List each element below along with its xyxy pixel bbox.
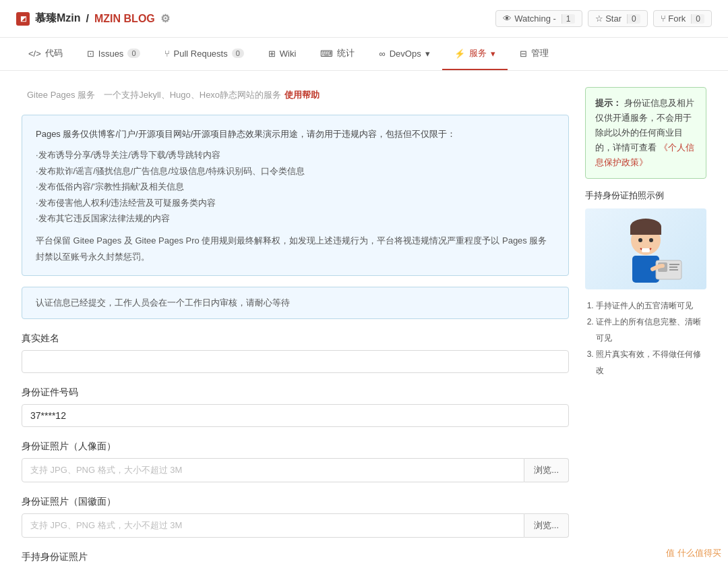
id-back-file-row: 支持 JPG、PNG 格式，大小不超过 3M 浏览... bbox=[22, 513, 569, 538]
id-front-file-row: 支持 JPG、PNG 格式，大小不超过 3M 浏览... bbox=[22, 458, 569, 482]
id-number-label: 身份证件号码 bbox=[22, 387, 569, 399]
service-icon: ⚡ bbox=[454, 49, 465, 59]
tab-manage[interactable]: ⊟ 管理 bbox=[508, 38, 561, 70]
watermark-icon: 值 bbox=[666, 548, 675, 558]
pulls-icon: ⑂ bbox=[164, 49, 170, 59]
repo-name: MZIN BLOG bbox=[94, 13, 155, 25]
svg-rect-6 bbox=[642, 248, 650, 252]
notice-item-4: ·发布侵害他人权利/违法经营及可疑服务类内容 bbox=[36, 195, 555, 210]
help-link[interactable]: 使用帮助 bbox=[284, 90, 320, 100]
notice-box: Pages 服务仅供博客/门户/开源项目网站/开源项目静态效果演示用途，请勿用于… bbox=[22, 115, 569, 276]
star-label: ☆ Star bbox=[595, 13, 621, 24]
code-icon: </> bbox=[28, 49, 41, 59]
sample-item-1: 手持证件人的五官清晰可见 bbox=[596, 298, 706, 314]
id-front-label: 身份证照片（人像面） bbox=[22, 441, 569, 453]
content-right: 提示： 身份证信息及相片仅供开通服务，不会用于除此以外的任何商业目的，详情可查看… bbox=[585, 87, 706, 566]
tab-service[interactable]: ⚡ 服务 ▾ bbox=[442, 38, 508, 70]
settings-icon[interactable]: ⚙ bbox=[160, 12, 170, 25]
tab-manage-label: 管理 bbox=[531, 47, 549, 59]
sample-item-3: 照片真实有效，不得做任何修改 bbox=[596, 346, 706, 378]
tab-issues-label: Issues bbox=[98, 49, 124, 59]
id-back-label: 身份证照片（国徽面） bbox=[22, 496, 569, 508]
id-back-group: 身份证照片（国徽面） 支持 JPG、PNG 格式，大小不超过 3M 浏览... bbox=[22, 496, 569, 538]
repo-title: ◩ 慕臻Mzin / MZIN BLOG ⚙ bbox=[16, 11, 170, 26]
stats-icon: ⌨ bbox=[320, 49, 333, 59]
sample-list: 手持证件人的五官清晰可见 证件上的所有信息完整、清晰可见 照片真实有效，不得做任… bbox=[585, 298, 706, 378]
star-count: 0 bbox=[627, 14, 640, 24]
issues-badge: 0 bbox=[127, 49, 140, 58]
svg-point-4 bbox=[638, 238, 642, 242]
devops-chevron-icon: ▾ bbox=[425, 49, 430, 59]
tip-title: 提示： bbox=[595, 98, 621, 108]
notice-title: Pages 服务仅供博客/门户/开源项目网站/开源项目静态效果演示用途，请勿用于… bbox=[36, 126, 555, 142]
wiki-icon: ⊞ bbox=[268, 49, 276, 59]
sample-item-2: 证件上的所有信息完整、清晰可见 bbox=[596, 314, 706, 346]
tab-pulls-label: Pull Requests bbox=[174, 49, 228, 59]
watching-button[interactable]: 👁 Watching - 1 bbox=[495, 10, 582, 27]
watching-label: Watching - bbox=[514, 13, 556, 24]
page-title-text: Gitee Pages 服务 bbox=[27, 90, 95, 100]
sample-image bbox=[585, 208, 706, 289]
tab-wiki-label: Wiki bbox=[280, 49, 297, 59]
tab-issues[interactable]: ⊡ Issues 0 bbox=[75, 39, 152, 69]
repo-owner: 慕臻Mzin bbox=[35, 11, 81, 26]
svg-rect-11 bbox=[669, 269, 678, 271]
real-name-input[interactable] bbox=[22, 350, 569, 373]
id-front-browse-button[interactable]: 浏览... bbox=[524, 458, 569, 482]
nav-tabs: </> 代码 ⊡ Issues 0 ⑂ Pull Requests 0 ⊞ Wi… bbox=[0, 38, 728, 71]
service-chevron-icon: ▾ bbox=[491, 49, 495, 59]
svg-rect-10 bbox=[669, 266, 677, 268]
info-box: 认证信息已经提交，工作人员会在一个工作日内审核，请耐心等待 bbox=[22, 287, 569, 319]
info-text: 认证信息已经提交，工作人员会在一个工作日内审核，请耐心等待 bbox=[36, 298, 290, 308]
repo-icon: ◩ bbox=[16, 12, 30, 26]
header-actions: 👁 Watching - 1 ☆ Star 0 ⑂ Fork 0 bbox=[495, 10, 712, 27]
issues-icon: ⊡ bbox=[87, 49, 94, 59]
notice-footer: 平台保留 Gitee Pages 及 Gitee Pages Pro 使用规则最… bbox=[36, 233, 555, 264]
watermark-text: 什么值得买 bbox=[677, 548, 721, 558]
id-number-group: 身份证件号码 bbox=[22, 387, 569, 427]
sample-title: 手持身份证拍照示例 bbox=[585, 190, 706, 202]
tab-stats[interactable]: ⌨ 统计 bbox=[308, 38, 367, 70]
svg-point-5 bbox=[649, 238, 653, 242]
id-holding-label: 手持身份证照片 bbox=[22, 551, 569, 563]
star-button[interactable]: ☆ Star 0 bbox=[588, 10, 648, 27]
devops-icon: ∞ bbox=[379, 49, 385, 59]
id-number-input[interactable] bbox=[22, 404, 569, 427]
tab-code-label: 代码 bbox=[45, 47, 63, 59]
notice-item-1: ·发布诱导分享/诱导关注/诱导下载/诱导跳转内容 bbox=[36, 147, 555, 163]
svg-rect-3 bbox=[630, 227, 661, 235]
eye-icon: 👁 bbox=[503, 13, 512, 24]
id-holding-group: 手持身份证照片 支持 JPG、PNG 格式，大小不超过 3M 浏览... bbox=[22, 551, 569, 566]
notice-item-5: ·发布其它违反国家法律法规的内容 bbox=[36, 210, 555, 226]
id-back-browse-button[interactable]: 浏览... bbox=[524, 513, 569, 538]
page-title: Gitee Pages 服务 一个支持Jekyll、Hugo、Hexo静态网站的… bbox=[22, 87, 569, 101]
tab-code[interactable]: </> 代码 bbox=[16, 38, 75, 70]
notice-item-3: ·发布低俗内容/'宗教性捐献'及相关信息 bbox=[36, 179, 555, 194]
manage-icon: ⊟ bbox=[520, 49, 527, 59]
fork-button[interactable]: ⑂ Fork 0 bbox=[653, 10, 712, 27]
tab-devops[interactable]: ∞ DevOps ▾ bbox=[367, 39, 442, 69]
main-content: Gitee Pages 服务 一个支持Jekyll、Hugo、Hexo静态网站的… bbox=[0, 71, 728, 566]
fork-label: ⑂ Fork bbox=[661, 13, 686, 24]
tip-box: 提示： 身份证信息及相片仅供开通服务，不会用于除此以外的任何商业目的，详情可查看… bbox=[585, 87, 706, 179]
watermark: 值 什么值得买 bbox=[666, 547, 721, 559]
tab-service-label: 服务 bbox=[469, 47, 487, 59]
id-front-placeholder: 支持 JPG、PNG 格式，大小不超过 3M bbox=[22, 458, 524, 482]
real-name-group: 真实姓名 bbox=[22, 333, 569, 373]
svg-rect-9 bbox=[669, 264, 679, 265]
tab-devops-label: DevOps bbox=[390, 49, 421, 59]
id-front-group: 身份证照片（人像面） 支持 JPG、PNG 格式，大小不超过 3M 浏览... bbox=[22, 441, 569, 482]
notice-item-2: ·发布欺诈/谣言/骚扰信息/广告信息/垃圾信息/特殊识别码、口令类信息 bbox=[36, 163, 555, 179]
tab-stats-label: 统计 bbox=[337, 47, 355, 59]
fork-count: 0 bbox=[691, 14, 704, 24]
id-back-placeholder: 支持 JPG、PNG 格式，大小不超过 3M bbox=[22, 513, 524, 538]
page-subtitle: 一个支持Jekyll、Hugo、Hexo静态网站的服务 bbox=[104, 90, 281, 100]
content-left: Gitee Pages 服务 一个支持Jekyll、Hugo、Hexo静态网站的… bbox=[22, 87, 569, 566]
pulls-badge: 0 bbox=[232, 49, 244, 58]
repo-separator: / bbox=[86, 13, 89, 25]
tab-pulls[interactable]: ⑂ Pull Requests 0 bbox=[152, 39, 256, 69]
person-illustration-svg bbox=[605, 212, 686, 286]
real-name-label: 真实姓名 bbox=[22, 333, 569, 345]
watching-count: 1 bbox=[562, 14, 575, 24]
tab-wiki[interactable]: ⊞ Wiki bbox=[256, 39, 309, 69]
